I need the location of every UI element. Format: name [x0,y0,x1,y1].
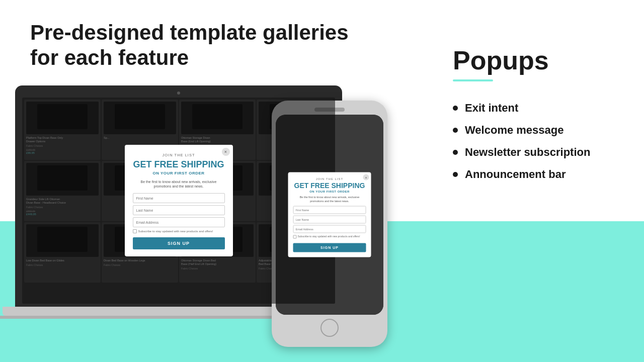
devices-container: Platform Top Divan Base OnlyDrawer Optio… [15,85,438,362]
bullet-icon [453,150,458,155]
mobile-popup-first-name-input[interactable] [293,206,366,214]
feature-list: Exit intent Welcome message Newsletter s… [453,102,614,181]
mobile-popup-subheading: ON YOUR FIRST ORDER [293,190,366,193]
mobile-popup-signup-button[interactable]: SIGN UP [293,243,366,252]
list-item-exit-intent: Exit intent [453,102,614,115]
popup-email-input[interactable] [133,217,225,227]
mobile-popup-checkbox-row: Subscribe to stay updated with new produ… [293,235,366,239]
popup-close-button[interactable]: × [222,148,230,156]
bullet-icon [453,106,458,111]
bullet-icon [453,128,458,133]
mobile-popup: × JOIN THE LIST GET FREE SHIPPING ON YOU… [288,172,371,257]
popup-subscribe-checkbox[interactable] [133,229,137,233]
list-item-newsletter: Newsletter subscription [453,146,614,159]
left-section: Pre-designed template galleries for each… [0,0,433,362]
mobile-home-button[interactable] [320,319,339,337]
popup-subheading: ON YOUR FIRST ORDER [133,171,225,175]
mobile-popup-checkbox-label: Subscribe to stay updated with new produ… [298,235,360,238]
popup-first-name-input[interactable] [133,193,225,203]
popup-last-name-input[interactable] [133,205,225,215]
popup-heading: GET FREE SHIPPING [133,159,225,170]
feature-title: Popups [453,45,614,75]
popup-checkbox-row: Subscribe to stay updated with new produ… [133,229,225,233]
list-item-welcome: Welcome message [453,124,614,137]
mobile-popup-heading: GET FREE SHIPPING [293,182,366,190]
mobile-popup-email-input[interactable] [293,225,366,233]
laptop-camera [177,92,180,95]
mobile-popup-description: Be the first to know about new arrivals,… [293,196,366,203]
mobile-popup-close-button[interactable]: × [363,174,369,180]
popup-checkbox-label: Subscribe to stay updated with new produ… [138,230,213,233]
bullet-icon [453,172,458,177]
page-wrapper: Pre-designed template galleries for each… [0,0,644,362]
feature-underline [453,79,493,81]
laptop-popup: × JOIN THE LIST GET FREE SHIPPING ON YOU… [125,145,233,256]
popup-description: Be the first to know about new arrivals,… [133,179,225,190]
mobile-popup-join-label: JOIN THE LIST [293,177,366,180]
popup-join-label: JOIN THE LIST [133,153,225,157]
list-item-announcement: Announcement bar [453,168,614,181]
mobile-popup-subscribe-checkbox[interactable] [293,235,297,239]
popup-signup-button[interactable]: SIGN UP [133,237,225,249]
page-title: Pre-designed template galleries for each… [30,20,349,71]
right-section: Popups Exit intent Welcome message Newsl… [433,0,644,362]
mobile-popup-last-name-input[interactable] [293,216,366,224]
